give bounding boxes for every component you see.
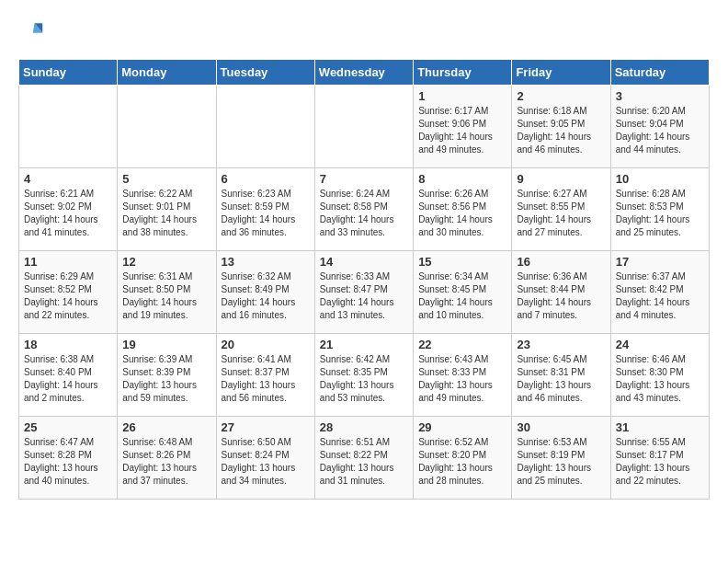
cell-info: Sunrise: 6:48 AM Sunset: 8:26 PM Dayligh… [122, 436, 210, 488]
cell-info: Sunrise: 6:41 AM Sunset: 8:37 PM Dayligh… [222, 353, 310, 405]
day-number: 25 [24, 420, 112, 434]
day-number: 21 [320, 338, 408, 351]
cell-info: Sunrise: 6:42 AM Sunset: 8:35 PM Dayligh… [320, 353, 408, 405]
calendar-cell: 5Sunrise: 6:22 AM Sunset: 9:01 PM Daylig… [118, 168, 216, 251]
cell-info: Sunrise: 6:51 AM Sunset: 8:22 PM Dayligh… [320, 436, 408, 488]
logo [18, 18, 48, 44]
day-number: 14 [320, 255, 408, 269]
calendar-cell: 27Sunrise: 6:50 AM Sunset: 8:24 PM Dayli… [216, 417, 314, 500]
weekday-header-sunday: Sunday [19, 60, 118, 86]
day-number: 7 [320, 172, 408, 186]
day-number: 22 [418, 338, 506, 351]
day-number: 3 [616, 89, 704, 103]
calendar-cell: 21Sunrise: 6:42 AM Sunset: 8:35 PM Dayli… [314, 334, 413, 417]
day-number: 4 [24, 172, 112, 186]
day-number: 5 [122, 172, 210, 186]
weekday-header-friday: Friday [512, 60, 610, 86]
weekday-header-thursday: Thursday [414, 60, 512, 86]
cell-info: Sunrise: 6:32 AM Sunset: 8:49 PM Dayligh… [222, 270, 310, 322]
calendar-cell: 12Sunrise: 6:31 AM Sunset: 8:50 PM Dayli… [118, 251, 216, 334]
cell-info: Sunrise: 6:45 AM Sunset: 8:31 PM Dayligh… [517, 353, 605, 405]
calendar-cell: 16Sunrise: 6:36 AM Sunset: 8:44 PM Dayli… [512, 251, 610, 334]
cell-info: Sunrise: 6:38 AM Sunset: 8:40 PM Dayligh… [24, 353, 112, 405]
calendar-cell: 24Sunrise: 6:46 AM Sunset: 8:30 PM Dayli… [610, 334, 709, 417]
cell-info: Sunrise: 6:28 AM Sunset: 8:53 PM Dayligh… [616, 188, 704, 239]
cell-info: Sunrise: 6:50 AM Sunset: 8:24 PM Dayligh… [222, 436, 310, 488]
header [18, 18, 710, 44]
logo-icon [18, 18, 44, 44]
calendar-cell: 13Sunrise: 6:32 AM Sunset: 8:49 PM Dayli… [216, 251, 314, 334]
calendar-cell [314, 86, 413, 168]
calendar-cell: 2Sunrise: 6:18 AM Sunset: 9:05 PM Daylig… [512, 86, 610, 168]
calendar-cell: 1Sunrise: 6:17 AM Sunset: 9:06 PM Daylig… [414, 86, 512, 168]
weekday-header-monday: Monday [118, 60, 216, 86]
cell-info: Sunrise: 6:37 AM Sunset: 8:42 PM Dayligh… [616, 270, 704, 322]
cell-info: Sunrise: 6:46 AM Sunset: 8:30 PM Dayligh… [616, 353, 704, 405]
day-number: 30 [517, 420, 605, 434]
day-number: 26 [122, 420, 210, 434]
day-number: 27 [222, 420, 310, 434]
calendar-cell: 14Sunrise: 6:33 AM Sunset: 8:47 PM Dayli… [314, 251, 413, 334]
day-number: 6 [222, 172, 310, 186]
calendar-table: SundayMondayTuesdayWednesdayThursdayFrid… [18, 59, 710, 500]
cell-info: Sunrise: 6:43 AM Sunset: 8:33 PM Dayligh… [418, 353, 506, 405]
day-number: 10 [616, 172, 704, 186]
day-number: 11 [24, 255, 112, 269]
day-number: 24 [616, 338, 704, 351]
cell-info: Sunrise: 6:33 AM Sunset: 8:47 PM Dayligh… [320, 270, 408, 322]
cell-info: Sunrise: 6:22 AM Sunset: 9:01 PM Dayligh… [122, 188, 210, 239]
cell-info: Sunrise: 6:31 AM Sunset: 8:50 PM Dayligh… [122, 270, 210, 322]
cell-info: Sunrise: 6:39 AM Sunset: 8:39 PM Dayligh… [122, 353, 210, 405]
calendar-cell: 31Sunrise: 6:55 AM Sunset: 8:17 PM Dayli… [610, 417, 709, 500]
calendar-cell: 28Sunrise: 6:51 AM Sunset: 8:22 PM Dayli… [314, 417, 413, 500]
cell-info: Sunrise: 6:34 AM Sunset: 8:45 PM Dayligh… [418, 270, 506, 322]
calendar-cell: 20Sunrise: 6:41 AM Sunset: 8:37 PM Dayli… [216, 334, 314, 417]
calendar-cell: 26Sunrise: 6:48 AM Sunset: 8:26 PM Dayli… [118, 417, 216, 500]
day-number: 16 [517, 255, 605, 269]
calendar-cell: 11Sunrise: 6:29 AM Sunset: 8:52 PM Dayli… [19, 251, 118, 334]
day-number: 12 [122, 255, 210, 269]
cell-info: Sunrise: 6:55 AM Sunset: 8:17 PM Dayligh… [616, 436, 704, 488]
calendar-cell [118, 86, 216, 168]
day-number: 31 [616, 420, 704, 434]
cell-info: Sunrise: 6:26 AM Sunset: 8:56 PM Dayligh… [418, 188, 506, 239]
calendar-cell: 22Sunrise: 6:43 AM Sunset: 8:33 PM Dayli… [414, 334, 512, 417]
cell-info: Sunrise: 6:24 AM Sunset: 8:58 PM Dayligh… [320, 188, 408, 239]
day-number: 23 [517, 338, 605, 351]
calendar-cell: 6Sunrise: 6:23 AM Sunset: 8:59 PM Daylig… [216, 168, 314, 251]
weekday-header-saturday: Saturday [610, 60, 709, 86]
cell-info: Sunrise: 6:52 AM Sunset: 8:20 PM Dayligh… [418, 436, 506, 488]
calendar-cell: 19Sunrise: 6:39 AM Sunset: 8:39 PM Dayli… [118, 334, 216, 417]
day-number: 28 [320, 420, 408, 434]
cell-info: Sunrise: 6:23 AM Sunset: 8:59 PM Dayligh… [222, 188, 310, 239]
calendar-cell: 23Sunrise: 6:45 AM Sunset: 8:31 PM Dayli… [512, 334, 610, 417]
calendar-cell: 18Sunrise: 6:38 AM Sunset: 8:40 PM Dayli… [19, 334, 118, 417]
calendar-cell: 30Sunrise: 6:53 AM Sunset: 8:19 PM Dayli… [512, 417, 610, 500]
calendar-cell: 15Sunrise: 6:34 AM Sunset: 8:45 PM Dayli… [414, 251, 512, 334]
weekday-header-tuesday: Tuesday [216, 60, 314, 86]
cell-info: Sunrise: 6:29 AM Sunset: 8:52 PM Dayligh… [24, 270, 112, 322]
calendar-cell: 25Sunrise: 6:47 AM Sunset: 8:28 PM Dayli… [19, 417, 118, 500]
cell-info: Sunrise: 6:27 AM Sunset: 8:55 PM Dayligh… [517, 188, 605, 239]
day-number: 19 [122, 338, 210, 351]
day-number: 20 [222, 338, 310, 351]
calendar-cell: 9Sunrise: 6:27 AM Sunset: 8:55 PM Daylig… [512, 168, 610, 251]
day-number: 29 [418, 420, 506, 434]
day-number: 9 [517, 172, 605, 186]
day-number: 2 [517, 89, 605, 103]
day-number: 15 [418, 255, 506, 269]
day-number: 8 [418, 172, 506, 186]
weekday-header-wednesday: Wednesday [314, 60, 413, 86]
calendar-cell: 3Sunrise: 6:20 AM Sunset: 9:04 PM Daylig… [610, 86, 709, 168]
cell-info: Sunrise: 6:53 AM Sunset: 8:19 PM Dayligh… [517, 436, 605, 488]
cell-info: Sunrise: 6:18 AM Sunset: 9:05 PM Dayligh… [517, 105, 605, 156]
calendar-cell: 8Sunrise: 6:26 AM Sunset: 8:56 PM Daylig… [414, 168, 512, 251]
cell-info: Sunrise: 6:47 AM Sunset: 8:28 PM Dayligh… [24, 436, 112, 488]
cell-info: Sunrise: 6:21 AM Sunset: 9:02 PM Dayligh… [24, 188, 112, 239]
calendar-cell: 4Sunrise: 6:21 AM Sunset: 9:02 PM Daylig… [19, 168, 118, 251]
calendar-cell: 7Sunrise: 6:24 AM Sunset: 8:58 PM Daylig… [314, 168, 413, 251]
day-number: 17 [616, 255, 704, 269]
calendar-cell [19, 86, 118, 168]
cell-info: Sunrise: 6:17 AM Sunset: 9:06 PM Dayligh… [418, 105, 506, 156]
cell-info: Sunrise: 6:20 AM Sunset: 9:04 PM Dayligh… [616, 105, 704, 156]
